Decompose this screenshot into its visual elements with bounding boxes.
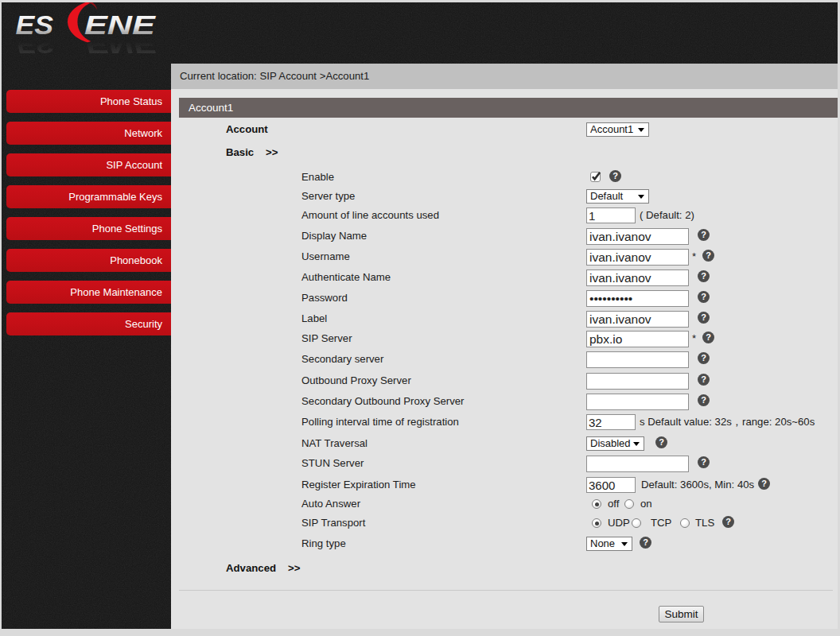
svg-text:ENE: ENE bbox=[84, 29, 157, 60]
svg-text:ES: ES bbox=[16, 29, 54, 60]
